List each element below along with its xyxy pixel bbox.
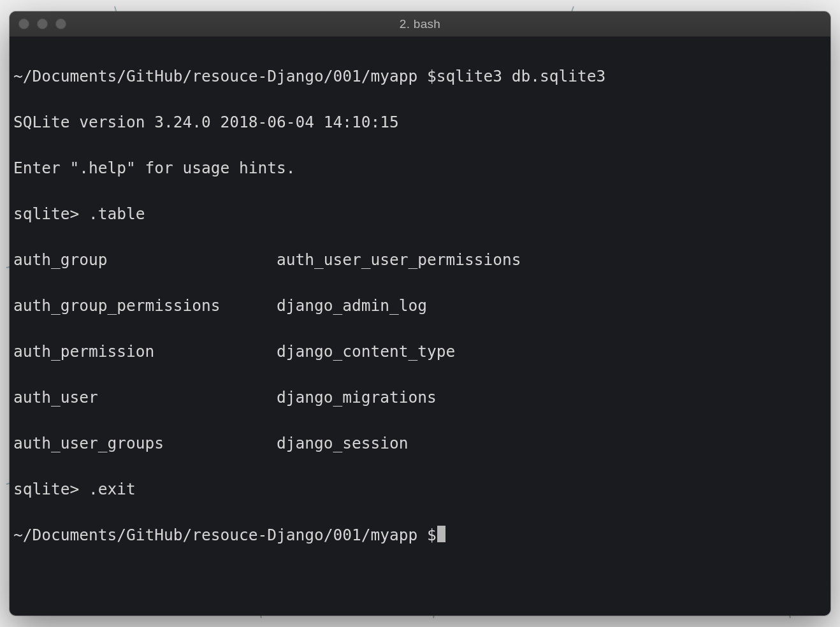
terminal-line: sqlite> .table [13, 203, 827, 226]
terminal-line: auth_user_groups django_session [13, 432, 827, 455]
cursor-icon [437, 526, 445, 542]
terminal-line: Enter ".help" for usage hints. [13, 157, 827, 180]
titlebar: 2. bash [10, 11, 830, 37]
minimize-button[interactable] [37, 18, 48, 29]
terminal-line: auth_group_permissions django_admin_log [13, 294, 827, 317]
maximize-button[interactable] [55, 18, 66, 29]
terminal-line: auth_user django_migrations [13, 386, 827, 409]
terminal-line: SQLite version 3.24.0 2018-06-04 14:10:1… [13, 111, 827, 134]
terminal-line: ~/Documents/GitHub/resouce-Django/001/my… [13, 65, 827, 88]
terminal-prompt: ~/Documents/GitHub/resouce-Django/001/my… [13, 526, 437, 544]
terminal-prompt-line: ~/Documents/GitHub/resouce-Django/001/my… [13, 524, 827, 547]
terminal-body[interactable]: ~/Documents/GitHub/resouce-Django/001/my… [10, 37, 830, 616]
terminal-line: auth_group auth_user_user_permissions [13, 249, 827, 271]
traffic-lights [18, 18, 66, 29]
close-button[interactable] [18, 18, 29, 29]
terminal-line: sqlite> .exit [13, 478, 827, 501]
window-title: 2. bash [10, 17, 830, 31]
terminal-window: 2. bash ~/Documents/GitHub/resouce-Djang… [10, 11, 830, 616]
terminal-line: auth_permission django_content_type [13, 340, 827, 363]
